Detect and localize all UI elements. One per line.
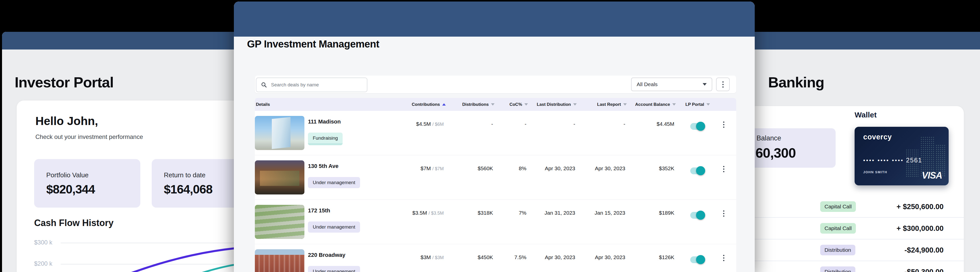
card-number-suffix: 2561 xyxy=(906,157,922,164)
status-badge-under-management: Under management xyxy=(308,266,360,272)
chevron-down-icon xyxy=(703,83,707,85)
transaction-type-badge: Capital Call xyxy=(820,201,856,212)
contributions-cell: $7M / $7M xyxy=(420,165,444,171)
transaction-type-badge: Distribution xyxy=(820,266,855,272)
sort-desc-icon xyxy=(672,103,676,106)
balance-amount: 60,300 xyxy=(756,145,796,161)
lp-portal-toggle[interactable] xyxy=(690,168,705,174)
coc-cell: - xyxy=(525,121,527,127)
deal-photo xyxy=(255,205,304,239)
last-distribution-cell: Apr 30, 2023 xyxy=(545,254,575,260)
deals-filter-select[interactable]: All Deals xyxy=(631,77,712,91)
header-last-distribution[interactable]: Last Distribution xyxy=(519,98,577,111)
banking-title: Banking xyxy=(768,74,824,91)
header-details[interactable]: Details xyxy=(256,98,270,111)
coc-cell: 7.5% xyxy=(514,254,527,260)
header-lp-portal[interactable]: LP Portal xyxy=(677,98,710,111)
distributions-cell: $560K xyxy=(477,165,493,171)
deal-row-111-madison[interactable]: 111 Madison Fundraising $4.5M / $6M - - … xyxy=(255,111,736,155)
header-contributions[interactable]: Contributions xyxy=(390,98,446,111)
coc-cell: 8% xyxy=(519,165,527,171)
transaction-amount: -$24,900.00 xyxy=(904,246,943,254)
toolbar-kebab-menu-button[interactable] xyxy=(716,77,730,91)
fundraising-progress-bar xyxy=(308,143,343,145)
deal-name: 172 15th xyxy=(308,207,330,214)
greeting-text: Hello John, xyxy=(35,114,98,128)
card-number: •••• •••• •••• 2561 xyxy=(863,157,922,164)
contributions-cell: $4.5M / $6M xyxy=(416,121,444,127)
status-badge-under-management: Under management xyxy=(308,221,360,232)
last-report-cell: Apr 30, 2023 xyxy=(595,254,625,260)
last-report-cell: Jan 15, 2023 xyxy=(595,210,625,216)
row-kebab-menu-button[interactable] xyxy=(722,165,725,173)
deals-table-header: Details Contributions Distributions CoC%… xyxy=(255,98,736,111)
search-icon xyxy=(261,82,267,88)
account-balance-cell: $4.45M xyxy=(657,121,674,127)
deal-row-172-15th[interactable]: 172 15th Under management $3.5M / $3.5M … xyxy=(255,200,736,244)
last-distribution-cell: Jan 31, 2023 xyxy=(545,210,575,216)
transaction-type-badge: Distribution xyxy=(820,245,855,255)
return-to-date-label: Return to date xyxy=(164,171,205,179)
covercy-logo: covercy xyxy=(863,133,892,141)
transaction-amount: + $300,000.00 xyxy=(897,224,943,232)
contributions-cell: $3.5M / $3.5M xyxy=(412,210,444,216)
header-distributions[interactable]: Distributions xyxy=(444,98,495,111)
transaction-row[interactable]: Distribution -$24,900.00 xyxy=(743,239,964,261)
header-account-balance[interactable]: Account Balance xyxy=(618,98,676,111)
covercy-credit-card: covercy •••• •••• •••• 2561 JOHN SMITH V… xyxy=(854,127,949,185)
deal-name: 130 5th Ave xyxy=(308,163,339,169)
sort-desc-icon xyxy=(491,103,495,106)
distributions-cell: - xyxy=(491,121,493,127)
deals-filter-value: All Deals xyxy=(636,81,658,87)
distributions-cell: $450K xyxy=(477,254,493,260)
row-kebab-menu-button[interactable] xyxy=(722,209,725,218)
deal-search[interactable] xyxy=(256,77,368,92)
return-to-date-amount: $164,068 xyxy=(164,182,212,196)
transactions-list: Capital Call + $250,600.00 Capital Call … xyxy=(743,196,964,272)
last-report-cell: Apr 30, 2023 xyxy=(595,165,625,171)
status-badge-fundraising: Fundraising xyxy=(308,133,343,145)
gp-panel-titlebar xyxy=(234,2,755,36)
status-badge-under-management: Under management xyxy=(308,177,360,188)
card-holder-name: JOHN SMITH xyxy=(863,170,887,174)
deal-row-130-5th-ave[interactable]: 130 5th Ave Under management $7M / $7M $… xyxy=(255,155,736,200)
deals-toolbar: All Deals xyxy=(255,76,736,93)
contributions-cell: $3M / $3M xyxy=(420,254,444,260)
account-balance-cell: $352K xyxy=(659,165,674,171)
gp-investment-panel: GP Investment Management All Deals Detai… xyxy=(234,2,755,272)
investor-portal-title: Investor Portal xyxy=(15,74,113,91)
transaction-amount: + $250,600.00 xyxy=(897,202,943,211)
greeting-subtitle: Check out your investment performance xyxy=(35,133,143,141)
portfolio-value-label: Portfolio Value xyxy=(46,171,89,179)
last-report-cell: - xyxy=(624,121,625,127)
row-kebab-menu-button[interactable] xyxy=(722,120,725,129)
account-balance-cell: $189K xyxy=(659,210,674,216)
deal-photo xyxy=(255,249,304,272)
wallet-heading: Wallet xyxy=(854,111,877,119)
deal-row-220-broadway[interactable]: 220 Broadway Under management $3M / $3M … xyxy=(255,244,736,272)
coc-cell: 7% xyxy=(519,210,527,216)
gp-panel-title: GP Investment Management xyxy=(247,38,379,50)
transaction-row[interactable]: Distribution -$50,300.00 xyxy=(743,261,964,272)
deal-photo xyxy=(255,160,304,195)
transaction-row[interactable]: Capital Call + $250,600.00 xyxy=(743,196,964,218)
deal-name: 220 Broadway xyxy=(308,252,345,258)
deal-photo xyxy=(255,116,304,150)
search-input[interactable] xyxy=(270,82,358,88)
deal-name: 111 Madison xyxy=(308,119,341,125)
cash-flow-chart xyxy=(17,222,235,272)
last-distribution-cell: - xyxy=(573,121,575,127)
portfolio-value-amount: $820,344 xyxy=(46,182,95,196)
row-kebab-menu-button[interactable] xyxy=(722,254,725,262)
lp-portal-toggle[interactable] xyxy=(690,256,705,263)
balance-label: Balance xyxy=(756,134,781,142)
transaction-row[interactable]: Capital Call + $300,000.00 xyxy=(743,218,964,239)
account-balance-cell: $126K xyxy=(659,254,674,260)
portfolio-value-card: Portfolio Value $820,344 xyxy=(34,159,140,207)
lp-portal-toggle[interactable] xyxy=(690,123,705,130)
lp-portal-toggle[interactable] xyxy=(690,212,705,219)
distributions-cell: $318K xyxy=(477,210,493,216)
sort-desc-icon xyxy=(573,103,577,106)
last-distribution-cell: Apr 30, 2023 xyxy=(545,165,575,171)
marketing-composite: Investor Portal Hello John, Check out yo… xyxy=(0,0,980,272)
